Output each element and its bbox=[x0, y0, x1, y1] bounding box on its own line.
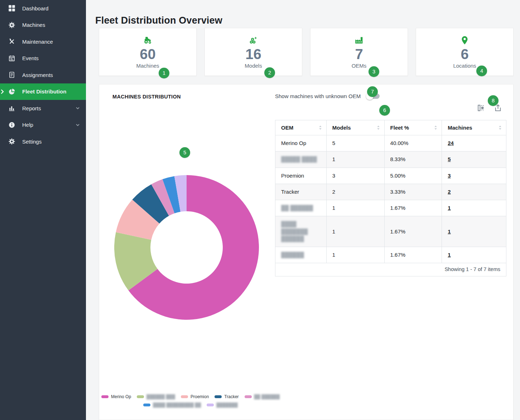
machines-count-link[interactable]: 1 bbox=[448, 228, 451, 235]
sidebar-item-label: Settings bbox=[22, 139, 42, 145]
sidebar-item-assignments[interactable]: Assignments bbox=[0, 67, 86, 83]
sidebar-item-settings[interactable]: Settings bbox=[0, 133, 86, 150]
column-header-label: Fleet % bbox=[390, 125, 409, 131]
machines-count-link[interactable]: 1 bbox=[448, 252, 451, 258]
location-pin-icon bbox=[460, 35, 470, 45]
annotation-badge-7: 7 bbox=[367, 86, 378, 97]
models-cell: 1 bbox=[326, 247, 384, 263]
sidebar-item-machines[interactable]: Machines bbox=[0, 17, 86, 34]
legend-color-marker bbox=[245, 395, 252, 398]
oem-cell: ██ ██████ bbox=[275, 200, 327, 216]
sidebar-item-label: Help bbox=[22, 122, 33, 128]
settings-gear-icon bbox=[8, 138, 15, 145]
models-cell: 5 bbox=[326, 135, 384, 151]
legend-item-merino-op[interactable]: Merino Op bbox=[101, 394, 131, 399]
sidebar-item-label: Fleet Distribution bbox=[22, 88, 66, 95]
chart-legend: Merino Op██████ ███ProemionTracker██ ███… bbox=[101, 394, 280, 407]
table-header: OEMModelsFleet %Machines bbox=[275, 120, 506, 135]
column-header-label: OEM bbox=[281, 125, 293, 131]
fleet-pct-cell: 1.67% bbox=[384, 247, 442, 263]
stat-label: Locations bbox=[453, 63, 476, 69]
oem-distribution-table: OEMModelsFleet %Machines Merino Op540.00… bbox=[275, 120, 506, 276]
annotation-badge-5: 5 bbox=[179, 147, 190, 158]
models-cell: 1 bbox=[326, 151, 384, 168]
machines-cell: 3 bbox=[442, 168, 506, 184]
annotation-badge-3: 3 bbox=[369, 66, 379, 77]
annotation-badge-4: 4 bbox=[476, 66, 487, 76]
machines-gear-icon bbox=[8, 21, 15, 29]
legend-color-marker bbox=[137, 395, 144, 398]
sidebar-item-help[interactable]: Help bbox=[0, 117, 86, 134]
column-header-machines[interactable]: Machines bbox=[442, 120, 506, 135]
column-header-fleet[interactable]: Fleet % bbox=[384, 120, 442, 135]
sidebar: DashboardMachinesMaintenanceEventsAssign… bbox=[0, 0, 86, 420]
table-row: Merino Op540.00%24 bbox=[275, 135, 506, 151]
stat-card-oems: 7OEMs bbox=[310, 28, 408, 76]
page-title: Fleet Distribution Overview bbox=[95, 15, 222, 26]
models-cell: 2 bbox=[326, 184, 384, 200]
sidebar-item-label: Assignments bbox=[22, 72, 53, 78]
legend-item-redacted-5[interactable]: ████ █████████ ██ bbox=[143, 402, 201, 407]
machines-count-link[interactable]: 1 bbox=[448, 205, 451, 211]
legend-item-redacted-1[interactable]: ██████ ███ bbox=[137, 394, 175, 399]
chevron-down-icon[interactable] bbox=[75, 106, 80, 111]
sort-icon bbox=[434, 125, 437, 130]
stat-label: OEMs bbox=[352, 63, 367, 69]
table-body: Merino Op540.00%24█████ ████18.33%5Proem… bbox=[275, 135, 506, 263]
machines-count-link[interactable]: 2 bbox=[448, 189, 451, 195]
legend-item-redacted-4[interactable]: ██ ██████ bbox=[245, 394, 280, 399]
sort-icon bbox=[319, 125, 322, 130]
table-row: Tracker23.33%2 bbox=[275, 184, 506, 200]
sidebar-item-events[interactable]: Events bbox=[0, 50, 86, 67]
legend-color-marker bbox=[181, 395, 188, 398]
sidebar-item-fleet-distribution[interactable]: Fleet Distribution bbox=[0, 83, 86, 100]
machines-cell: 2 bbox=[442, 184, 506, 200]
chevron-down-icon[interactable] bbox=[75, 122, 80, 127]
legend-label: ██████ ███ bbox=[146, 394, 175, 399]
table-row: ██████11.67%1 bbox=[275, 247, 506, 263]
oem-cell: ██████ bbox=[275, 247, 327, 263]
column-header-oem[interactable]: OEM bbox=[275, 120, 327, 135]
oem-name: Proemion bbox=[281, 173, 304, 179]
stat-label: Models bbox=[245, 63, 262, 69]
fleet-pct-cell: 5.00% bbox=[384, 168, 442, 184]
machines-cell: 1 bbox=[442, 216, 506, 247]
machines-count-link[interactable]: 24 bbox=[448, 140, 454, 146]
oem-cell: Merino Op bbox=[275, 135, 327, 151]
sidebar-item-maintenance[interactable]: Maintenance bbox=[0, 33, 86, 50]
table-footer-row: Showing 1 - 7 of 7 items bbox=[275, 263, 506, 276]
maintenance-tools-icon bbox=[8, 38, 15, 45]
machines-count-link[interactable]: 5 bbox=[448, 156, 451, 162]
fleet-pct-cell: 40.00% bbox=[384, 135, 442, 151]
legend-label: Tracker bbox=[224, 394, 239, 399]
column-header-models[interactable]: Models bbox=[326, 120, 384, 135]
annotation-badge-6: 6 bbox=[379, 105, 390, 116]
factory-icon bbox=[354, 35, 364, 45]
sidebar-item-dashboard[interactable]: Dashboard bbox=[0, 0, 86, 17]
legend-label: ████ █████████ ██ bbox=[153, 402, 201, 407]
table-row: ██ ██████11.67%1 bbox=[275, 200, 506, 216]
table-footer-status: Showing 1 - 7 of 7 items bbox=[275, 263, 506, 276]
stat-card-locations: 6Locations bbox=[416, 28, 514, 76]
stat-card-models: 16Models bbox=[204, 28, 302, 76]
sidebar-item-reports[interactable]: Reports bbox=[0, 100, 86, 117]
legend-label: Merino Op bbox=[111, 394, 131, 399]
legend-item-redacted-6[interactable]: ███████ bbox=[207, 402, 238, 407]
column-settings-icon[interactable] bbox=[477, 104, 485, 112]
help-info-icon bbox=[8, 121, 15, 129]
legend-item-proemion[interactable]: Proemion bbox=[181, 394, 209, 399]
stat-value: 7 bbox=[355, 46, 363, 62]
oem-name-redacted: ████ ███████ ██████ bbox=[281, 221, 308, 242]
oem-name: Tracker bbox=[281, 189, 299, 195]
machines-cell: 5 bbox=[442, 151, 506, 168]
stat-value: 6 bbox=[461, 46, 468, 62]
legend-label: Proemion bbox=[191, 394, 209, 399]
stat-value: 16 bbox=[245, 46, 261, 62]
legend-color-marker bbox=[207, 404, 214, 406]
annotation-badge-8: 8 bbox=[488, 95, 499, 106]
models-cell: 1 bbox=[326, 216, 384, 247]
machines-count-link[interactable]: 3 bbox=[448, 173, 451, 179]
legend-item-tracker[interactable]: Tracker bbox=[215, 394, 239, 399]
annotation-badge-1: 1 bbox=[159, 68, 169, 78]
fleet-pct-cell: 1.67% bbox=[384, 216, 442, 247]
